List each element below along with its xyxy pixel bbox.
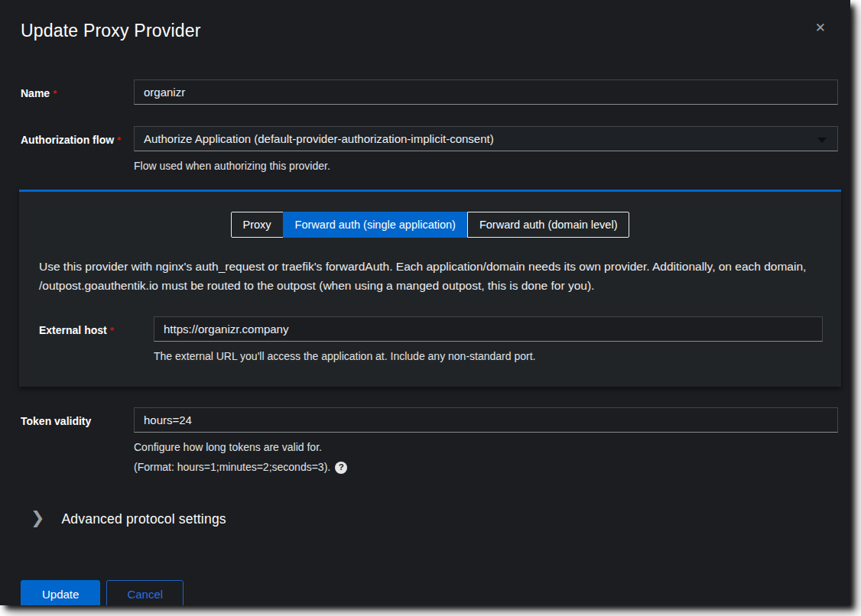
tab-forward-auth-single-application[interactable]: Forward auth (single application) [283,212,468,238]
modal-footer: Update Cancel [21,580,850,605]
proxy-mode-card: Proxy Forward auth (single application) … [19,190,841,387]
update-proxy-provider-modal: Update Proxy Provider ✕ Name* Authorizat… [0,0,850,605]
authorization-flow-row: Authorization flow* Authorize Applicatio… [0,126,850,173]
name-label: Name [21,87,50,99]
authorization-flow-select[interactable]: Authorize Application (default-provider-… [134,126,838,151]
external-host-input[interactable] [154,316,823,342]
provider-form: Name* Authorization flow* Authorize Appl… [0,79,850,605]
update-button[interactable]: Update [21,580,100,605]
close-icon[interactable]: ✕ [815,21,826,34]
mode-description: Use this provider with nginx's auth_requ… [39,258,821,296]
token-validity-input[interactable] [134,407,838,433]
required-asterisk: * [110,325,114,336]
name-row: Name* [0,79,850,105]
authorization-flow-selected-value: Authorize Application (default-provider-… [144,132,494,145]
question-circle-icon[interactable]: ? [335,462,347,474]
advanced-protocol-settings-toggle[interactable]: ❯ Advanced protocol settings [31,511,226,528]
authorization-flow-label: Authorization flow [21,134,114,146]
modal-title: Update Proxy Provider [21,21,829,41]
required-asterisk: * [53,88,57,99]
token-validity-help-line2: (Format: hours=1;minutes=2;seconds=3). [134,459,330,475]
external-host-help: The external URL you'll access the appli… [154,349,823,364]
chevron-right-icon: ❯ [31,510,44,527]
tab-forward-auth-domain-level[interactable]: Forward auth (domain level) [467,212,630,238]
token-validity-row: Token validity Configure how long tokens… [0,407,850,475]
token-validity-label: Token validity [21,415,91,427]
chevron-down-icon [817,138,827,143]
cancel-button[interactable]: Cancel [106,580,184,605]
advanced-protocol-settings-label: Advanced protocol settings [61,511,226,527]
external-host-label: External host [39,324,107,336]
external-host-row: External host* The external URL you'll a… [37,316,823,364]
required-asterisk: * [117,135,121,146]
token-validity-help-line1: Configure how long tokens are valid for. [134,439,838,455]
name-input[interactable] [134,79,838,105]
mode-toggle-group: Proxy Forward auth (single application) … [37,212,823,238]
tab-proxy[interactable]: Proxy [231,212,284,238]
modal-header: Update Proxy Provider ✕ [0,0,850,41]
authorization-flow-help: Flow used when authorizing this provider… [134,158,838,173]
